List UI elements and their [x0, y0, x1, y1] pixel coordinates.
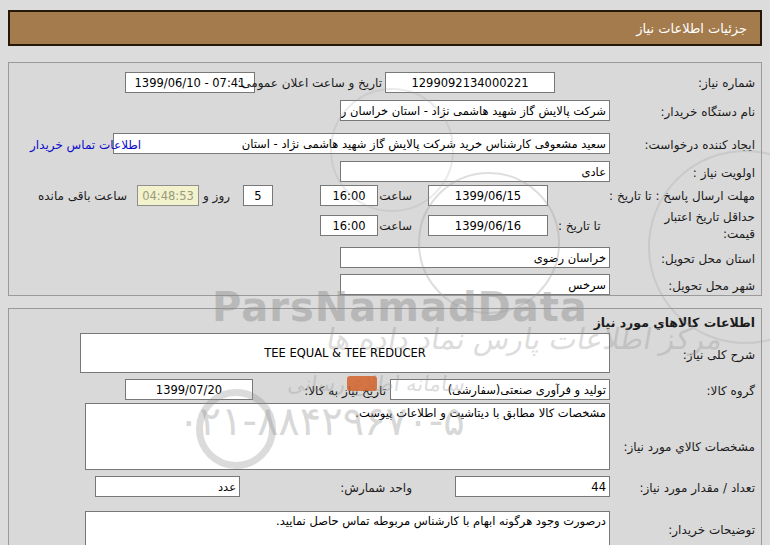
details-banner: جزئیات اطلاعات نیاز	[8, 10, 762, 46]
need-number-field[interactable]: 1299092134000221	[385, 72, 555, 93]
buyer-notes-label: توضیحات خریدار:	[668, 523, 755, 537]
days-and-label: روز و	[203, 189, 230, 203]
countdown-timer-field: 04:48:53	[137, 185, 199, 206]
remaining-days-field[interactable]: 5	[243, 185, 273, 206]
deadline-hour-label: ساعت	[379, 189, 412, 203]
creator-field[interactable]: سعید مشعوفی کارشناس خرید شرکت پالایش گاز…	[113, 133, 610, 154]
buyer-contact-link[interactable]: اطلاعات تماس خریدار	[30, 138, 141, 152]
details-banner-title: جزئیات اطلاعات نیاز	[636, 21, 747, 36]
specs-field[interactable]: مشخصات کالا مطابق با دیتاشیت و اطلاعات پ…	[85, 403, 610, 470]
delivery-city-field[interactable]: سرخس	[340, 274, 610, 295]
buyer-org-label: نام دستگاه خریدار:	[661, 105, 756, 119]
buyer-org-field[interactable]: شرکت پالایش گاز شهید هاشمی نژاد - استان …	[340, 100, 610, 121]
delivery-province-field[interactable]: خراسان رضوی	[340, 247, 610, 268]
goods-section-title: اطلاعات کالاهاي مورد نیاز	[594, 315, 755, 330]
delivery-city-label: شهر محل تحویل:	[668, 279, 755, 293]
quantity-label: تعداد / مقدار مورد نیاز:	[639, 481, 755, 495]
general-desc-field[interactable]: TEE EQUAL & TEE REDUCER	[80, 333, 610, 373]
priority-label: اولویت نیاز :	[693, 166, 755, 180]
validity-label-line1: حداقل تاریخ اعتبار	[664, 210, 755, 224]
quantity-field[interactable]: 44	[455, 476, 610, 497]
announce-datetime-field[interactable]: 1399/06/10 - 07:41	[125, 72, 255, 93]
deadline-date-field[interactable]: 1399/06/15	[428, 185, 548, 206]
need-number-label: شماره نیاز:	[698, 76, 755, 90]
priority-field[interactable]: عادی	[340, 161, 610, 182]
announce-datetime-label: تاریخ و ساعت اعلان عمومی:	[237, 76, 382, 90]
validity-time-field[interactable]: 16:00	[320, 215, 378, 236]
validity-date-field[interactable]: 1399/06/16	[428, 215, 548, 236]
need-details-page: { "banner": {"title": "جزئیات اطلاعات نی…	[0, 0, 770, 545]
hours-remaining-label: ساعت باقی مانده	[38, 189, 127, 203]
specs-label: مشخصات کالاي مورد نیاز:	[623, 440, 755, 454]
delivery-province-label: استان محل تحویل:	[661, 252, 755, 266]
general-desc-label: شرح کلی نیاز:	[683, 348, 755, 362]
goods-group-field[interactable]: تولید و فرآوری صنعتی(سفارشی)	[390, 379, 610, 400]
goods-group-label: گروه کالا:	[707, 384, 756, 398]
creator-label: ایجاد کننده درخواست:	[644, 138, 755, 152]
validity-until-label: تا تاریخ :	[558, 219, 601, 233]
need-date-field[interactable]: 1399/07/20	[125, 379, 253, 400]
buyer-notes-field[interactable]: درصورت وجود هرگونه ابهام با کارشناس مربو…	[85, 511, 610, 545]
unit-label: واحد شمارش:	[340, 481, 412, 495]
unit-field[interactable]: عدد	[95, 476, 240, 497]
need-date-label: تاریخ نیاز به کالا:	[304, 384, 386, 398]
deadline-time-field[interactable]: 16:00	[320, 185, 378, 206]
validity-hour-label: ساعت	[379, 219, 412, 233]
validity-label-line2: قیمت:	[723, 227, 755, 241]
deadline-label: مهلت ارسال پاسخ : تا تاریخ :	[609, 189, 755, 203]
